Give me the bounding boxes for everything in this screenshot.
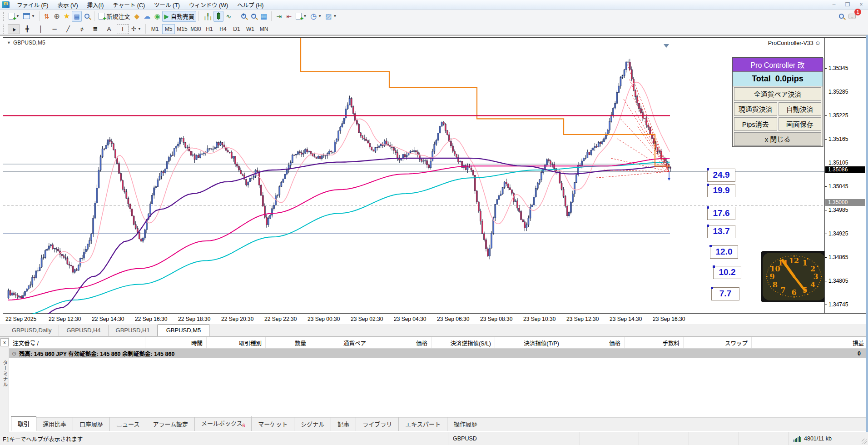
trendline-tool[interactable]: ╱ bbox=[62, 24, 74, 34]
chart-tab-0[interactable]: GBPUSD,Daily bbox=[5, 325, 59, 336]
column-header-1[interactable]: 時間 bbox=[145, 337, 207, 348]
market-watch-button[interactable]: ⇅ bbox=[42, 11, 52, 22]
column-header-11[interactable]: 損益 bbox=[752, 337, 868, 348]
timeframe-m30[interactable]: M30 bbox=[189, 24, 202, 34]
menu-insert[interactable]: 挿入(I) bbox=[83, 0, 109, 10]
chart-symbol-label[interactable]: ▼ GBPUSD,M5 bbox=[7, 40, 45, 46]
collapse-triangle-icon[interactable]: ▼ bbox=[7, 40, 11, 45]
timeframe-d1[interactable]: D1 bbox=[230, 24, 243, 34]
line-chart-button[interactable]: ∿ bbox=[223, 11, 233, 22]
pips-clear-button[interactable]: Pips消去 bbox=[734, 117, 777, 131]
toolbox-icon[interactable]: ◆ bbox=[132, 11, 142, 22]
fibonacci-tool[interactable]: ≣ bbox=[89, 24, 101, 34]
menu-file[interactable]: ファイル (F) bbox=[12, 0, 53, 10]
strategy-tester-button[interactable] bbox=[82, 11, 92, 22]
pips-label[interactable]: 19.9 bbox=[707, 184, 735, 197]
close-button[interactable]: × bbox=[854, 0, 868, 9]
data-window-button[interactable]: ▤ bbox=[72, 11, 82, 22]
search-button[interactable] bbox=[836, 11, 846, 22]
timeframe-w1[interactable]: W1 bbox=[244, 24, 257, 34]
chart-plot[interactable]: ▼ GBPUSD,M5 ProController-V33 ☺ Pro Cont… bbox=[3, 37, 824, 314]
signals-icon[interactable]: ☁ bbox=[142, 11, 152, 22]
column-header-4[interactable]: 通貨ペア bbox=[310, 337, 370, 348]
terminal-tab-3[interactable]: ニュース bbox=[110, 417, 146, 431]
pips-label[interactable]: 17.6 bbox=[707, 207, 735, 220]
terminal-tab-0[interactable]: 取引 bbox=[11, 416, 36, 431]
timeframe-m1[interactable]: M1 bbox=[149, 24, 161, 34]
text-tool[interactable]: A bbox=[103, 24, 115, 34]
pips-label[interactable]: 13.7 bbox=[707, 225, 735, 238]
orders-table-body[interactable] bbox=[9, 358, 868, 417]
terminal-tab-2[interactable]: 口座履歴 bbox=[73, 417, 110, 431]
vertical-line-tool[interactable]: │ bbox=[35, 24, 47, 34]
shapes-tool[interactable]: ✢▼ bbox=[130, 24, 142, 34]
close-current-pair-button[interactable]: 現通貨決済 bbox=[734, 102, 777, 116]
chart-tab-2[interactable]: GBPUSD,H1 bbox=[109, 325, 158, 336]
pips-label[interactable]: 24.9 bbox=[707, 169, 735, 182]
timeframe-m5[interactable]: M5 bbox=[162, 24, 175, 34]
column-header-6[interactable]: 決済逆指値(S/L) bbox=[432, 337, 495, 348]
chart-tab-1[interactable]: GBPUSD,H4 bbox=[59, 325, 108, 336]
menu-view[interactable]: 表示 (V) bbox=[53, 0, 82, 10]
favorites-button[interactable]: ★ bbox=[62, 11, 72, 22]
column-header-0[interactable]: 注文番号 / bbox=[9, 337, 145, 348]
terminal-tab-9[interactable]: ライブラリ bbox=[356, 417, 399, 431]
menu-chart[interactable]: チャート (C) bbox=[108, 0, 149, 10]
timeframe-m15[interactable]: M15 bbox=[176, 24, 188, 34]
bar-chart-button[interactable]: ╷╿╷ bbox=[201, 11, 213, 22]
candlestick-button[interactable] bbox=[213, 11, 223, 22]
balance-row[interactable]: ⊙ 残高: 145 860 JPY 有効証拠金: 145 860 余剰証拠金: … bbox=[9, 349, 868, 358]
close-all-pairs-button[interactable]: 全通貨ペア決済 bbox=[734, 87, 821, 101]
menu-help[interactable]: ヘルプ (H) bbox=[233, 0, 268, 10]
column-header-9[interactable]: 手数料 bbox=[625, 337, 684, 348]
column-header-10[interactable]: スワップ bbox=[684, 337, 752, 348]
notifications-button[interactable]: 1 bbox=[846, 11, 858, 22]
resize-grip[interactable] bbox=[859, 432, 868, 445]
pips-label[interactable]: 7.7 bbox=[711, 287, 739, 300]
terminal-tab-5[interactable]: メールボックス6 bbox=[195, 416, 252, 431]
terminal-tab-7[interactable]: シグナル bbox=[294, 417, 331, 431]
label-tool[interactable]: T bbox=[117, 24, 129, 34]
auto-close-button[interactable]: 自動決済 bbox=[779, 102, 822, 116]
chart-shift-button[interactable]: ⇤ bbox=[284, 11, 294, 22]
new-chart-button[interactable]: ▼ bbox=[7, 11, 21, 22]
channel-tool[interactable]: ≠ bbox=[74, 22, 89, 35]
timeframe-h4[interactable]: H4 bbox=[217, 24, 229, 34]
time-axis[interactable]: 22 Sep 202522 Sep 12:3022 Sep 14:3022 Se… bbox=[3, 314, 824, 324]
horizontal-line-tool[interactable]: ─ bbox=[49, 24, 60, 34]
market-icon[interactable]: ◉ bbox=[152, 11, 162, 22]
auto-scroll-button[interactable]: ⇥ bbox=[274, 11, 284, 22]
zoom-out-button[interactable]: − bbox=[248, 11, 258, 22]
save-screen-button[interactable]: 画面保存 bbox=[779, 117, 822, 131]
column-header-3[interactable]: 数量 bbox=[266, 337, 310, 348]
periods-button[interactable]: ◷▼ bbox=[308, 11, 323, 22]
column-header-7[interactable]: 決済指値(T/P) bbox=[495, 337, 563, 348]
indicators-button[interactable]: ▼ bbox=[294, 11, 308, 22]
toolbar-grip[interactable] bbox=[3, 25, 5, 34]
auto-trading-button[interactable]: ▶自動売買 bbox=[162, 11, 196, 22]
restore-button[interactable]: ❐ bbox=[841, 0, 854, 9]
pips-label[interactable]: 12.0 bbox=[710, 245, 738, 259]
terminal-tab-6[interactable]: マーケット bbox=[252, 417, 294, 431]
terminal-tab-8[interactable]: 記事 bbox=[331, 417, 356, 431]
menu-window[interactable]: ウィンドウ (W) bbox=[184, 0, 233, 10]
chart-tab-3[interactable]: GBPUSD,M5 bbox=[158, 324, 210, 336]
profiles-button[interactable]: ▼ bbox=[21, 11, 37, 22]
terminal-tab-10[interactable]: エキスパート bbox=[399, 417, 447, 431]
column-header-2[interactable]: 取引種別 bbox=[207, 337, 266, 348]
terminal-tab-4[interactable]: アラーム設定 bbox=[146, 417, 195, 431]
tile-windows-button[interactable]: ▦ bbox=[258, 11, 269, 22]
timeframe-mn[interactable]: MN bbox=[258, 24, 270, 34]
crosshair-tool[interactable]: ╋ bbox=[21, 24, 33, 34]
new-order-button[interactable]: 新規注文 bbox=[97, 11, 132, 22]
panel-close-button[interactable]: x 閉じる bbox=[734, 132, 821, 146]
menu-tools[interactable]: ツール (T) bbox=[149, 0, 184, 10]
zoom-in-button[interactable]: + bbox=[238, 11, 248, 22]
terminal-close-button[interactable]: x bbox=[0, 338, 9, 346]
column-header-5[interactable]: 価格 bbox=[370, 337, 432, 348]
column-header-8[interactable]: 価格 bbox=[563, 337, 625, 348]
cursor-tool[interactable]: ▲ bbox=[8, 24, 20, 34]
price-axis[interactable]: 1.353451.352851.352251.351651.351051.350… bbox=[824, 37, 866, 314]
minimize-button[interactable]: – bbox=[827, 0, 841, 9]
templates-button[interactable]: ▨▼ bbox=[323, 11, 338, 22]
